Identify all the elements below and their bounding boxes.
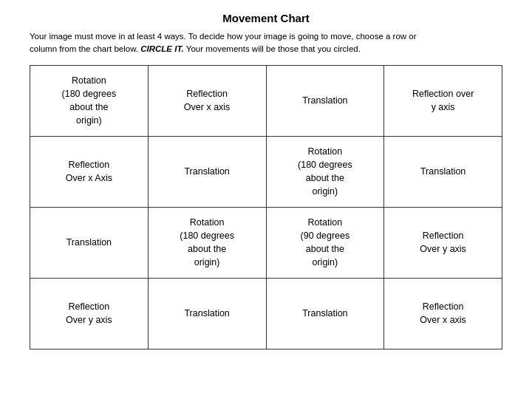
movement-chart: Rotation (180 degrees about the origin)R…: [30, 65, 502, 349]
chart-cell-2-3: Reflection Over y axis: [384, 208, 502, 278]
chart-row-3: Reflection Over y axisTranslationTransla…: [30, 279, 502, 349]
chart-cell-3-0: Reflection Over y axis: [30, 279, 149, 349]
instructions: Your image must move in at least 4 ways.…: [30, 30, 502, 56]
instructions-line2: column from the chart below.: [30, 44, 138, 53]
instructions-line1: Your image must move in at least 4 ways.…: [30, 32, 417, 41]
chart-row-0: Rotation (180 degrees about the origin)R…: [30, 66, 502, 137]
page-title: Movement Chart: [222, 12, 310, 24]
chart-cell-3-3: Reflection Over x axis: [384, 279, 502, 349]
chart-cell-2-2: Rotation (90 degrees about the origin): [267, 208, 385, 278]
instructions-line3: Your movements will be those that you ci…: [186, 44, 361, 53]
chart-cell-0-3: Reflection over y axis: [384, 66, 502, 136]
chart-cell-1-1: Translation: [149, 137, 267, 207]
chart-cell-3-1: Translation: [149, 279, 267, 349]
chart-cell-2-1: Rotation (180 degrees about the origin): [149, 208, 267, 278]
chart-row-1: Reflection Over x AxisTranslationRotatio…: [30, 137, 502, 208]
chart-cell-1-3: Translation: [384, 137, 502, 207]
chart-cell-0-0: Rotation (180 degrees about the origin): [30, 66, 149, 136]
chart-cell-2-0: Translation: [30, 208, 149, 278]
chart-cell-0-2: Translation: [267, 66, 385, 136]
instructions-bold-italic: CIRCLE IT.: [140, 44, 184, 53]
chart-cell-0-1: Reflection Over x axis: [149, 66, 267, 136]
chart-cell-3-2: Translation: [267, 279, 385, 349]
chart-cell-1-2: Rotation (180 degrees about the origin): [267, 137, 385, 207]
chart-row-2: TranslationRotation (180 degrees about t…: [30, 208, 502, 279]
chart-cell-1-0: Reflection Over x Axis: [30, 137, 149, 207]
